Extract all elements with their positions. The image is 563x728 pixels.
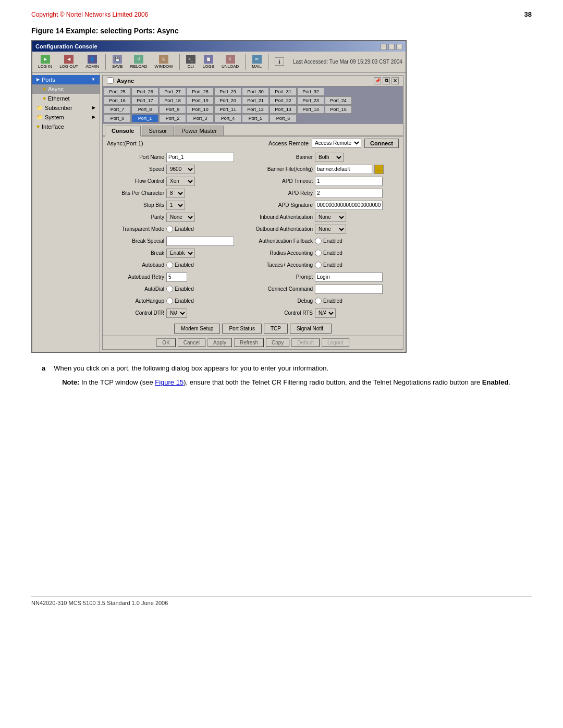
logout-btn[interactable]: Logout [322, 338, 349, 347]
port-27[interactable]: Port_27 [159, 88, 186, 96]
input-banner-file[interactable] [315, 165, 372, 174]
connect-button[interactable]: Connect [364, 139, 399, 148]
modem-setup-btn[interactable]: Modem Setup [174, 324, 220, 334]
port-25[interactable]: Port_25 [104, 88, 131, 96]
port-16[interactable]: Port_16 [104, 96, 131, 105]
tab-power-master[interactable]: Power Master [175, 126, 224, 135]
sidebar-item-ethernet[interactable]: ◆ Ethernet [32, 94, 100, 103]
port-1[interactable]: Port_1 [131, 114, 158, 122]
sidebar-item-subscriber[interactable]: 📁 Subscriber ▶ [32, 103, 100, 113]
port-23[interactable]: Port_23 [297, 96, 324, 105]
port-6[interactable]: Port_6 [270, 114, 297, 122]
input-apd-retry[interactable] [315, 189, 383, 198]
async-checkbox-input[interactable] [107, 77, 114, 84]
input-apd-signature[interactable] [315, 201, 383, 210]
figure-15-link[interactable]: Figure 15 [155, 378, 183, 386]
port-31[interactable]: Port_31 [270, 88, 297, 96]
banner-file-browse-btn[interactable]: … [374, 165, 384, 174]
signal-notif-btn[interactable]: Signal Notif. [290, 324, 332, 334]
port-15[interactable]: Port_15 [325, 105, 352, 114]
transparent-radio[interactable] [166, 226, 173, 232]
port-10[interactable]: Port_10 [187, 105, 214, 114]
sidebar-item-async[interactable]: ◆ Async [32, 84, 100, 94]
select-control-rts[interactable]: N/A Yes No [315, 309, 336, 318]
async-restore-btn[interactable]: ⧉ [383, 77, 390, 84]
apply-btn[interactable]: Apply [207, 338, 232, 347]
port-28[interactable]: Port_28 [187, 88, 214, 96]
select-inbound-auth[interactable]: None Local Radius [315, 213, 346, 222]
input-autobaud-retry[interactable] [166, 273, 187, 282]
close-button[interactable]: ✕ [396, 44, 402, 50]
port-22[interactable]: Port_22 [270, 96, 297, 105]
async-close-btn[interactable]: ✕ [391, 77, 399, 84]
port-2[interactable]: Port_2 [159, 114, 186, 122]
select-speed[interactable]: 9600 19200 [166, 165, 195, 174]
toolbar-info[interactable]: ℹ [272, 56, 287, 68]
select-stop-bits[interactable]: 1 2 [166, 201, 185, 210]
toolbar-mail[interactable]: ✉ MAIL [249, 54, 264, 70]
input-port-name[interactable] [166, 153, 234, 162]
autobaud-radio[interactable] [166, 262, 173, 268]
ok-btn[interactable]: OK [156, 338, 175, 347]
copy-btn[interactable]: Copy [266, 338, 289, 347]
tcp-btn[interactable]: TCP [264, 324, 288, 334]
tab-sensor[interactable]: Sensor [142, 126, 174, 135]
toolbar-save[interactable]: 💾 SAVE [109, 54, 126, 70]
select-parity[interactable]: None Even Odd [166, 213, 195, 222]
toolbar-reload[interactable]: ↺ RELOAD [128, 54, 150, 70]
port-5[interactable]: Port_5 [242, 114, 269, 122]
auth-fallback-radio[interactable] [315, 238, 322, 244]
refresh-btn[interactable]: Refresh [234, 338, 264, 347]
port-32[interactable]: Port_32 [297, 88, 324, 96]
port-30[interactable]: Port_30 [242, 88, 269, 96]
input-prompt[interactable] [315, 273, 383, 282]
async-pin-btn[interactable]: 📌 [374, 77, 381, 84]
input-break-special[interactable] [166, 237, 234, 246]
select-bits[interactable]: 8 7 [166, 189, 185, 198]
tab-console[interactable]: Console [105, 126, 141, 137]
select-control-dtr[interactable]: N/A Yes No [166, 309, 187, 318]
toolbar-window[interactable]: ⊞ WINDOW [152, 54, 176, 70]
maximize-button[interactable]: □ [388, 44, 395, 50]
sidebar-item-system[interactable]: 📁 System ▶ [32, 113, 100, 122]
cancel-btn[interactable]: Cancel [178, 338, 205, 347]
sidebar-item-ports[interactable]: ▶ Ports ▼ [32, 75, 100, 84]
debug-radio[interactable] [315, 298, 322, 304]
toolbar-admin[interactable]: 👤 ADMIN [83, 54, 102, 70]
toolbar-login[interactable]: ▶ LOG IN [35, 54, 55, 70]
toolbar-logout[interactable]: ◀ LOG OUT [57, 54, 81, 70]
toolbar-logs[interactable]: 📋 LOGS [200, 54, 217, 70]
select-break[interactable]: Enabled Disabled [166, 249, 195, 258]
port-19[interactable]: Port_19 [187, 96, 214, 105]
port-14[interactable]: Port_14 [297, 105, 324, 114]
port-3[interactable]: Port_3 [187, 114, 214, 122]
port-29[interactable]: Port_29 [214, 88, 241, 96]
access-select[interactable]: Access Remote Access Local [312, 139, 361, 147]
port-4[interactable]: Port_4 [214, 114, 241, 122]
port-8[interactable]: Port_8 [131, 105, 158, 114]
toolbar-unload[interactable]: ⇩ UNLOAD [219, 54, 241, 70]
select-flow-control[interactable]: Xon Xoff [166, 177, 195, 186]
tacacs-accounting-radio[interactable] [315, 262, 322, 268]
sidebar-item-interface[interactable]: ◆ Interface [32, 122, 100, 131]
port-24[interactable]: Port_24 [325, 96, 352, 105]
port-12[interactable]: Port_12 [242, 105, 269, 114]
autohangup-radio[interactable] [166, 298, 173, 304]
input-apd-timeout[interactable] [315, 177, 383, 186]
port-21[interactable]: Port_21 [242, 96, 269, 105]
input-connect-command[interactable] [315, 285, 383, 294]
port-status-btn[interactable]: Port Status [222, 324, 261, 334]
autodial-radio[interactable] [166, 286, 173, 292]
port-26[interactable]: Port_26 [131, 88, 158, 96]
port-0[interactable]: Port_0 [104, 114, 131, 122]
port-11[interactable]: Port_11 [214, 105, 241, 114]
select-outbound-auth[interactable]: None Local Radius [315, 225, 346, 234]
port-20[interactable]: Port_20 [214, 96, 241, 105]
port-7[interactable]: Port_7 [104, 105, 131, 114]
port-13[interactable]: Port_13 [270, 105, 297, 114]
minimize-button[interactable]: _ [381, 44, 387, 50]
port-9[interactable]: Port_9 [159, 105, 186, 114]
select-banner[interactable]: Both None Login Connect [315, 153, 344, 162]
port-17[interactable]: Port_17 [131, 96, 158, 105]
default-btn[interactable]: Default [291, 338, 320, 347]
